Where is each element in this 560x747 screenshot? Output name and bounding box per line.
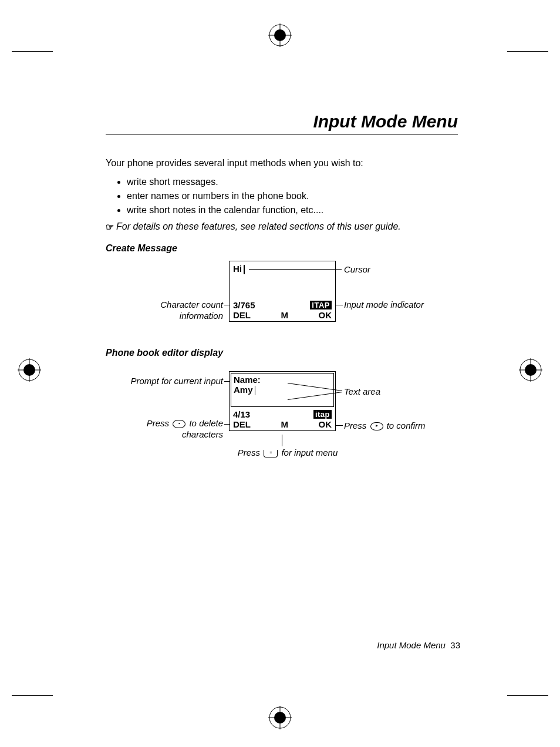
message-text: Hi — [233, 264, 242, 274]
char-count: 3/765 — [233, 300, 255, 310]
phone-screen: Name: Amy 4/13 itap DEL M OK — [229, 371, 336, 431]
page-title: Input Mode Menu — [106, 112, 458, 134]
callout-prompt: Prompt for current input — [117, 376, 223, 387]
note-text: ☞For details on these features, see rela… — [106, 221, 458, 233]
softkey-right: OK — [319, 310, 332, 320]
callout-delete: Press • to delete characters — [135, 418, 223, 440]
registration-mark-icon — [268, 23, 292, 47]
crop-mark — [507, 51, 548, 52]
crop-mark — [12, 51, 53, 52]
cursor-icon — [255, 386, 256, 395]
input-mode-badge: ITAP — [310, 301, 332, 309]
create-message-diagram: Hi 3/765 ITAP DEL M OK Cursor Character … — [106, 261, 458, 337]
section-heading-phonebook: Phone book editor display — [106, 348, 458, 358]
input-mode-badge: itap — [313, 410, 332, 419]
intro-text: Your phone provides several input method… — [106, 158, 458, 169]
cursor-icon — [244, 265, 245, 274]
crop-mark — [12, 695, 53, 696]
callout-line — [282, 435, 282, 446]
callout-menu: Press ≡ for input menu — [229, 447, 346, 459]
note-body: For details on these features, see relat… — [116, 221, 401, 231]
registration-mark-icon — [268, 706, 292, 729]
char-count: 4/13 — [233, 409, 250, 419]
softkey-mid: M — [281, 419, 289, 429]
callout-line — [336, 305, 343, 305]
callout-line — [224, 305, 230, 305]
callout-line — [249, 269, 342, 270]
phonebook-diagram: Name: Amy 4/13 itap DEL M OK Prompt for … — [106, 365, 458, 471]
registration-mark-icon — [18, 358, 41, 382]
callout-confirm: Press ▸ to confirm — [344, 420, 426, 432]
callout-cursor: Cursor — [344, 264, 370, 275]
section-heading-create: Create Message — [106, 243, 458, 254]
callout-line — [224, 424, 230, 425]
text-area-box: Name: Amy — [231, 373, 334, 407]
callout-textarea: Text area — [344, 386, 380, 398]
list-item: enter names or numbers in the phone book… — [127, 191, 458, 201]
softkey-left: DEL — [233, 419, 251, 429]
footer-label: Input Mode Menu — [377, 640, 446, 650]
callout-charcount: information — [141, 311, 223, 322]
softkey-mid: M — [281, 310, 289, 320]
phone-screen: Hi 3/765 ITAP DEL M OK — [229, 261, 336, 322]
softkey-left: DEL — [233, 310, 251, 320]
softkey-right: OK — [319, 419, 332, 429]
list-item: write short messages. — [127, 177, 458, 187]
bullet-list: write short messages. enter names or num… — [127, 177, 458, 216]
left-softkey-icon: • — [173, 420, 185, 428]
registration-mark-icon — [519, 358, 542, 382]
callout-line — [336, 425, 343, 426]
callout-charcount: Character count — [141, 300, 223, 311]
crop-mark — [507, 695, 548, 696]
pointing-hand-icon: ☞ — [106, 221, 114, 233]
footer-page-number: 33 — [450, 640, 460, 650]
list-item: write short notes in the calendar functi… — [127, 205, 458, 216]
entry-text: Amy — [234, 385, 253, 395]
callout-line — [224, 381, 230, 382]
menu-key-icon: ≡ — [264, 450, 278, 457]
right-softkey-icon: ▸ — [370, 422, 383, 430]
prompt-label: Name: — [234, 375, 331, 385]
callout-mode: Input mode indicator — [344, 300, 424, 311]
page-footer: Input Mode Menu 33 — [377, 640, 460, 650]
